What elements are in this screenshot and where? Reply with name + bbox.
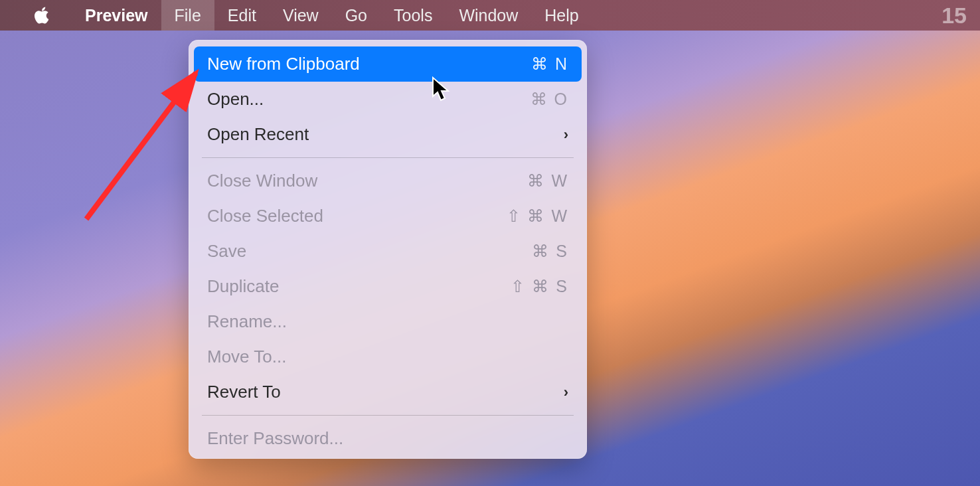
- menubar-item-edit[interactable]: Edit: [214, 0, 270, 31]
- menubar-item-tools[interactable]: Tools: [380, 0, 446, 31]
- menubar-app-name[interactable]: Preview: [72, 0, 161, 31]
- menu-item-label: Open Recent: [207, 124, 309, 145]
- menu-item-save: Save ⌘ S: [189, 234, 587, 269]
- menubar-item-window[interactable]: Window: [446, 0, 531, 31]
- menu-item-label: Close Window: [207, 171, 317, 191]
- menu-item-label: Duplicate: [207, 276, 279, 297]
- menu-item-label: New from Clipboard: [207, 54, 360, 74]
- menubar-item-file[interactable]: File: [161, 0, 214, 31]
- menu-item-move-to: Move To...: [189, 339, 587, 374]
- menu-item-shortcut: ⇧ ⌘ S: [511, 277, 568, 296]
- menu-item-label: Move To...: [207, 347, 286, 367]
- menu-item-shortcut: ⌘ S: [532, 242, 568, 261]
- menu-item-open[interactable]: Open... ⌘ O: [189, 82, 587, 117]
- menubar-item-go[interactable]: Go: [332, 0, 380, 31]
- menu-item-duplicate: Duplicate ⇧ ⌘ S: [189, 269, 587, 304]
- menu-item-label: Rename...: [207, 311, 287, 332]
- menubar-clock: 15: [941, 3, 973, 29]
- chevron-right-icon: ›: [564, 384, 568, 401]
- menubar-item-help[interactable]: Help: [531, 0, 592, 31]
- svg-line-0: [86, 73, 196, 219]
- menu-item-close-window: Close Window ⌘ W: [189, 163, 587, 199]
- menu-item-shortcut: ⇧ ⌘ W: [507, 206, 569, 226]
- menu-item-shortcut: ⌘ W: [527, 171, 568, 191]
- file-menu-dropdown: New from Clipboard ⌘ N Open... ⌘ O Open …: [189, 40, 587, 459]
- menu-item-label: Close Selected: [207, 206, 323, 226]
- menu-item-open-recent[interactable]: Open Recent ›: [189, 117, 587, 152]
- menubar: Preview File Edit View Go Tools Window H…: [0, 0, 980, 31]
- menu-item-revert-to[interactable]: Revert To ›: [189, 374, 587, 410]
- menu-item-enter-password: Enter Password...: [189, 421, 587, 456]
- menu-item-shortcut: ⌘ N: [531, 54, 568, 74]
- menu-item-close-selected: Close Selected ⇧ ⌘ W: [189, 199, 587, 234]
- apple-logo-icon[interactable]: [32, 5, 52, 25]
- menu-item-label: Open...: [207, 89, 264, 110]
- menu-item-label: Enter Password...: [207, 428, 343, 449]
- menu-item-new-from-clipboard[interactable]: New from Clipboard ⌘ N: [194, 46, 582, 82]
- menu-item-rename: Rename...: [189, 304, 587, 339]
- menu-item-label: Save: [207, 241, 246, 262]
- menubar-item-view[interactable]: View: [270, 0, 332, 31]
- menu-separator: [202, 157, 574, 158]
- chevron-right-icon: ›: [564, 126, 568, 143]
- menu-item-label: Revert To: [207, 382, 281, 402]
- menu-separator: [202, 415, 574, 416]
- menu-item-shortcut: ⌘ O: [531, 90, 568, 109]
